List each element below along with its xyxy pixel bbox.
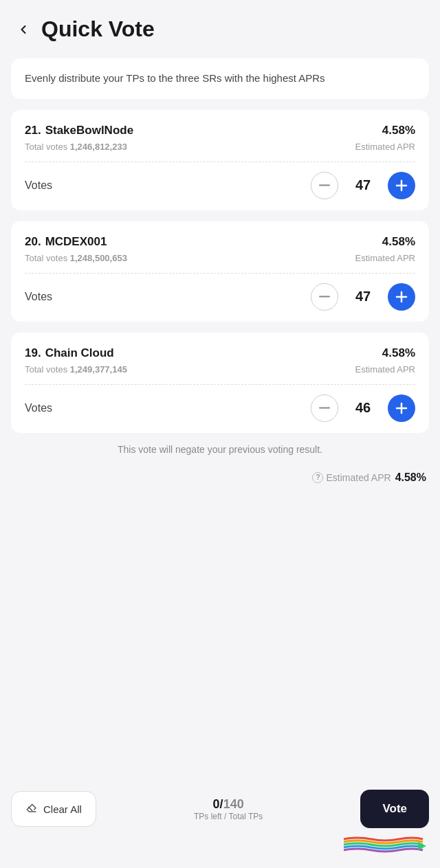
vote-button[interactable]: Vote: [360, 790, 429, 828]
votes-count-1: 47: [349, 177, 377, 193]
sr-apr-2: 4.58%: [382, 235, 415, 249]
sr-total-votes-2: Total votes 1,248,500,653: [25, 253, 127, 263]
apr-summary: ? Estimated APR 4.58%: [0, 471, 440, 484]
tp-total: 140: [223, 797, 244, 811]
sr-total-votes-1: Total votes 1,246,812,233: [25, 142, 127, 152]
sr-apr-1: 4.58%: [382, 124, 415, 137]
vote-controls-1: 47: [311, 172, 415, 199]
apr-summary-label: ? Estimated APR: [312, 472, 390, 483]
info-banner: Evenly distribute your TPs to the three …: [11, 58, 429, 99]
votes-count-3: 46: [349, 400, 377, 416]
eraser-icon: [25, 801, 38, 816]
sr-estimated-apr-label-2: Estimated APR: [355, 253, 415, 263]
vote-controls-3: 46: [311, 394, 415, 422]
sr-name-1: StakeBowlNode: [45, 124, 133, 137]
sr-total-votes-3: Total votes 1,249,377,145: [25, 364, 127, 375]
divider-1: [25, 162, 415, 162]
sr-estimated-apr-label-3: Estimated APR: [355, 364, 415, 375]
sr-apr-3: 4.58%: [382, 346, 415, 360]
back-button[interactable]: [11, 17, 36, 42]
sr-rank-1: 21.: [25, 124, 41, 137]
votes-label-1: Votes: [25, 179, 52, 192]
divider-2: [25, 273, 415, 274]
clear-all-label: Clear All: [43, 803, 82, 815]
sr-estimated-apr-label-1: Estimated APR: [355, 142, 415, 152]
votes-plus-1[interactable]: [388, 172, 415, 199]
apr-summary-value: 4.58%: [395, 471, 426, 484]
sr-card-1: 21. StakeBowlNode 4.58% Total votes 1,24…: [11, 110, 429, 210]
tp-info: 0/140 TPs left / Total TPs: [104, 797, 353, 821]
clear-all-button[interactable]: Clear All: [11, 791, 96, 827]
bottom-actions: Clear All 0/140 TPs left / Total TPs Vot…: [11, 790, 429, 828]
votes-plus-2[interactable]: [388, 283, 415, 311]
vote-controls-2: 47: [311, 283, 415, 311]
sr-name-2: MCDEX001: [45, 235, 107, 249]
deco-arrow: [344, 832, 426, 857]
sr-name-3: Chain Cloud: [45, 346, 114, 360]
votes-count-2: 47: [349, 289, 377, 304]
votes-minus-2[interactable]: [311, 283, 338, 311]
help-icon[interactable]: ?: [312, 472, 323, 483]
tp-ratio: 0/140: [104, 797, 353, 812]
votes-label-3: Votes: [25, 402, 52, 414]
tp-left: 0: [213, 797, 220, 811]
votes-plus-3[interactable]: [388, 394, 415, 422]
votes-minus-3[interactable]: [311, 394, 338, 422]
divider-3: [25, 384, 415, 385]
votes-minus-1[interactable]: [311, 172, 338, 199]
bottom-bar: Clear All 0/140 TPs left / Total TPs Vot…: [0, 781, 440, 868]
sr-rank-3: 19.: [25, 346, 41, 360]
header: Quick Vote: [0, 0, 440, 53]
negate-warning: This vote will negate your previous voti…: [11, 444, 429, 455]
svg-rect-3: [319, 296, 330, 298]
sr-rank-2: 20.: [25, 235, 41, 249]
sr-card-2: 20. MCDEX001 4.58% Total votes 1,248,500…: [11, 221, 429, 322]
svg-marker-9: [418, 842, 426, 850]
sr-card-3: 19. Chain Cloud 4.58% Total votes 1,249,…: [11, 333, 429, 433]
tp-label: TPs left / Total TPs: [104, 812, 353, 821]
svg-rect-0: [319, 185, 330, 186]
svg-rect-6: [319, 408, 330, 409]
votes-label-2: Votes: [25, 291, 52, 303]
page-title: Quick Vote: [41, 16, 155, 42]
